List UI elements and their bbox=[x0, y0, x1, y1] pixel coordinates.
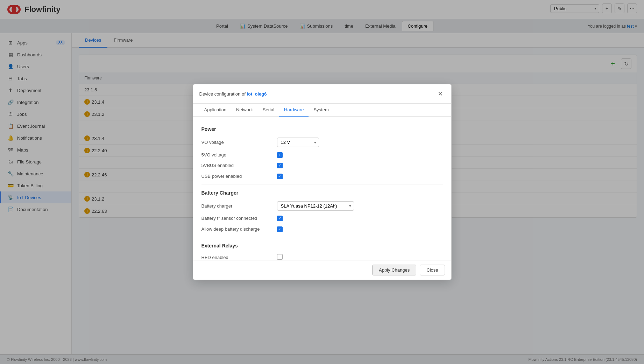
vo-voltage-label: VO voltage bbox=[201, 140, 271, 145]
device-config-modal: Device configuration of iot_oleg6 ✕ Appl… bbox=[193, 84, 452, 280]
modal-tab-serial[interactable]: Serial bbox=[258, 104, 279, 117]
modal-body: Power VO voltage 12 V 24 V 5 V 5VO volta… bbox=[193, 117, 451, 260]
battery-temp-label: Battery t° sensor connected bbox=[201, 216, 271, 221]
modal-footer: Apply Changes Close bbox=[193, 260, 451, 280]
apply-changes-button[interactable]: Apply Changes bbox=[372, 265, 416, 275]
usb-power-checkbox[interactable]: ✓ bbox=[277, 174, 283, 179]
deep-discharge-checkbox[interactable]: ✓ bbox=[277, 226, 283, 232]
usb-power-label: USB power enabled bbox=[201, 174, 271, 179]
5vbus-enabled-label: 5VBUS enabled bbox=[201, 163, 271, 168]
red-enabled-row: RED enabled bbox=[201, 254, 443, 260]
modal-tab-hardware[interactable]: Hardware bbox=[279, 104, 309, 117]
battery-charger-select[interactable]: SLA Yuasa NP12-12 (12Ah) None Other bbox=[277, 201, 354, 211]
vo-voltage-control: 12 V 24 V 5 V bbox=[277, 138, 443, 147]
5vo-voltage-checkbox[interactable]: ✓ bbox=[277, 152, 283, 158]
vo-voltage-select-wrapper: 12 V 24 V 5 V bbox=[277, 138, 319, 147]
usb-power-control: ✓ bbox=[277, 173, 443, 179]
modal-header: Device configuration of iot_oleg6 ✕ bbox=[193, 84, 451, 104]
vo-voltage-select[interactable]: 12 V 24 V 5 V bbox=[277, 138, 319, 147]
battery-temp-row: Battery t° sensor connected ✓ bbox=[201, 216, 443, 222]
deep-discharge-label: Allow deep battery discharge bbox=[201, 226, 271, 232]
divider-2 bbox=[201, 237, 443, 237]
battery-temp-checkbox[interactable]: ✓ bbox=[277, 216, 283, 221]
divider-1 bbox=[201, 184, 443, 184]
deep-discharge-row: Allow deep battery discharge ✓ bbox=[201, 226, 443, 232]
modal-tab-network[interactable]: Network bbox=[231, 104, 258, 117]
battery-charger-select-wrapper: SLA Yuasa NP12-12 (12Ah) None Other bbox=[277, 201, 354, 211]
modal-tab-application[interactable]: Application bbox=[199, 104, 232, 117]
5vo-voltage-label: 5VO voltage bbox=[201, 152, 271, 158]
5vbus-enabled-checkbox[interactable]: ✓ bbox=[277, 163, 283, 168]
modal-tab-system[interactable]: System bbox=[309, 104, 333, 117]
5vbus-enabled-control: ✓ bbox=[277, 163, 443, 169]
5vo-voltage-row: 5VO voltage ✓ bbox=[201, 152, 443, 158]
deep-discharge-control: ✓ bbox=[277, 226, 443, 232]
modal-close-x[interactable]: ✕ bbox=[436, 89, 445, 98]
modal-overlay[interactable]: Device configuration of iot_oleg6 ✕ Appl… bbox=[0, 0, 644, 364]
usb-power-row: USB power enabled ✓ bbox=[201, 173, 443, 179]
battery-charger-label: Battery charger bbox=[201, 203, 271, 209]
modal-tabs: Application Network Serial Hardware Syst… bbox=[193, 104, 451, 117]
close-button[interactable]: Close bbox=[420, 265, 445, 275]
5vbus-enabled-row: 5VBUS enabled ✓ bbox=[201, 163, 443, 169]
red-enabled-label: RED enabled bbox=[201, 255, 271, 260]
5vo-voltage-control: ✓ bbox=[277, 152, 443, 158]
battery-charger-control: SLA Yuasa NP12-12 (12Ah) None Other bbox=[277, 201, 443, 211]
vo-voltage-row: VO voltage 12 V 24 V 5 V bbox=[201, 138, 443, 147]
battery-section-title: Battery Charger bbox=[201, 190, 443, 196]
red-enabled-checkbox[interactable] bbox=[277, 254, 283, 260]
modal-device-name: iot_oleg6 bbox=[247, 91, 267, 97]
battery-temp-control: ✓ bbox=[277, 216, 443, 222]
battery-charger-row: Battery charger SLA Yuasa NP12-12 (12Ah)… bbox=[201, 201, 443, 211]
power-section-title: Power bbox=[201, 126, 443, 132]
relays-section-title: External Relays bbox=[201, 243, 443, 248]
modal-title: Device configuration of iot_oleg6 bbox=[199, 91, 267, 97]
red-enabled-control bbox=[277, 254, 443, 260]
